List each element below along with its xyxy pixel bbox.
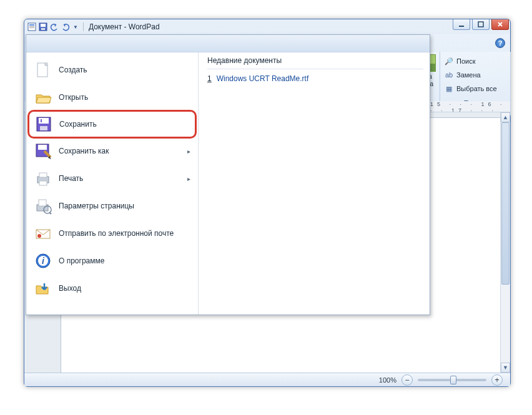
svg-rect-8 (478, 22, 483, 27)
binoculars-icon: 🔎 (444, 57, 454, 66)
menu-new[interactable]: Создать (29, 56, 195, 84)
menu-open-label: Открыть (59, 93, 88, 102)
menu-send-email[interactable]: Отправить по электронной почте (29, 220, 195, 247)
recent-documents-header: Недавние документы (207, 56, 423, 69)
email-icon (34, 224, 52, 243)
replace-button[interactable]: ab Замена (444, 68, 506, 82)
menu-page-setup-label: Параметры страницы (59, 202, 134, 210)
menu-exit[interactable]: Выход (29, 275, 195, 302)
find-label: Поиск (456, 57, 475, 65)
file-menu: Создать Открыть Сохранить Сохранить как (26, 34, 430, 315)
recent-item-number: 1 (207, 74, 212, 83)
svg-rect-22 (39, 181, 47, 185)
svg-rect-6 (41, 28, 45, 30)
submenu-arrow-icon: ▸ (187, 175, 190, 182)
svg-rect-17 (41, 119, 42, 122)
menu-page-setup[interactable]: Параметры страницы (29, 192, 195, 220)
minimize-button[interactable] (453, 19, 470, 30)
wordpad-icon (27, 22, 37, 32)
svg-rect-21 (39, 173, 47, 177)
zoom-percent: 100% (379, 376, 397, 384)
svg-rect-2 (29, 26, 34, 27)
titlebar: ▼ Документ - WordPad (24, 19, 510, 34)
zoom-slider-thumb[interactable] (450, 376, 456, 384)
redo-qat-button[interactable] (61, 22, 71, 32)
recent-documents-panel: Недавние документы 1 Windows UCRT ReadMe… (199, 35, 430, 315)
select-all-button[interactable]: ▦ Выбрать все (444, 82, 506, 95)
select-all-icon: ▦ (444, 85, 454, 93)
menu-open[interactable]: Открыть (29, 84, 195, 111)
zoom-in-button[interactable]: + (491, 374, 503, 386)
scroll-up-icon[interactable]: ▲ (501, 112, 510, 122)
find-button[interactable]: 🔎 Поиск (444, 54, 506, 68)
scroll-thumb[interactable] (501, 122, 510, 285)
qat-customize-icon[interactable]: ▼ (73, 24, 78, 30)
save-as-icon (34, 142, 52, 160)
menu-print-label: Печать (59, 174, 83, 183)
close-button[interactable] (491, 19, 509, 30)
ruler-ticks: 15 · · · 16 · · · 17 · · · (430, 101, 506, 112)
window-title: Документ - WordPad (89, 22, 160, 31)
file-menu-commands: Создать Открыть Сохранить Сохранить как (26, 35, 199, 315)
page-setup-icon (34, 197, 52, 215)
save-icon (34, 115, 53, 134)
help-button[interactable]: ? (495, 38, 505, 48)
exit-icon (34, 279, 52, 298)
menu-about[interactable]: i О программе (29, 247, 195, 275)
svg-rect-16 (40, 126, 47, 130)
zoom-out-button[interactable]: − (401, 374, 413, 386)
statusbar: 100% − + (24, 373, 510, 386)
title-separator (83, 22, 84, 31)
menu-save-label: Сохранить (59, 120, 97, 129)
file-menu-header-strip (26, 35, 430, 52)
select-all-label: Выбрать все (456, 85, 497, 92)
replace-label: Замена (456, 71, 481, 79)
info-icon: i (34, 251, 52, 270)
window-controls (453, 19, 509, 30)
menu-send-email-label: Отправить по электронной почте (59, 229, 174, 238)
app-window: ▼ Документ - WordPad ▼ ? вка екта 🔎 Поис… (24, 19, 511, 387)
recent-document-item[interactable]: 1 Windows UCRT ReadMe.rtf (207, 73, 423, 84)
svg-rect-3 (29, 27, 34, 28)
new-icon (34, 61, 52, 79)
quick-access-toolbar: ▼ (27, 22, 78, 32)
menu-print[interactable]: Печать ▸ (29, 165, 195, 192)
submenu-arrow-icon: ▸ (187, 148, 190, 155)
print-icon (34, 169, 52, 188)
maximize-button[interactable] (472, 19, 490, 30)
save-qat-button[interactable] (38, 22, 48, 32)
menu-exit-label: Выход (59, 284, 81, 293)
replace-icon: ab (444, 71, 454, 79)
svg-rect-15 (39, 118, 49, 124)
recent-item-name: Windows UCRT ReadMe.rtf (217, 74, 309, 83)
zoom-slider[interactable] (418, 379, 486, 381)
scroll-down-icon[interactable]: ▼ (501, 363, 510, 373)
open-icon (34, 88, 52, 107)
svg-rect-19 (38, 145, 47, 150)
svg-rect-5 (41, 24, 46, 27)
undo-qat-button[interactable] (49, 22, 59, 32)
svg-rect-7 (459, 26, 464, 27)
svg-rect-1 (29, 24, 34, 26)
menu-save-as[interactable]: Сохранить как ▸ (29, 137, 195, 165)
svg-point-27 (37, 234, 41, 238)
svg-rect-24 (39, 200, 46, 206)
menu-new-label: Создать (59, 66, 87, 74)
menu-about-label: О программе (59, 256, 104, 265)
menu-save[interactable]: Сохранить (27, 110, 197, 139)
menu-save-as-label: Сохранить как (59, 147, 109, 155)
vertical-scrollbar[interactable]: ▲ ▼ (500, 112, 510, 373)
